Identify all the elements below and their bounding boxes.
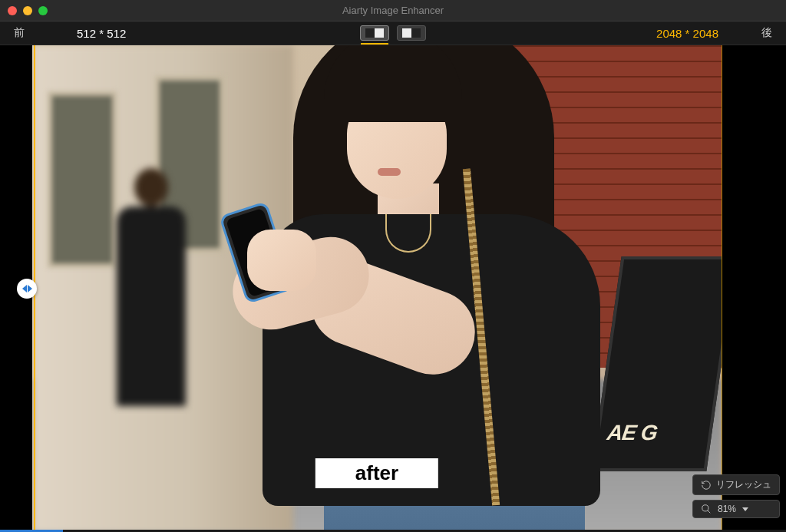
refresh-icon: [701, 480, 712, 491]
minimize-window-button[interactable]: [23, 6, 32, 15]
original-resolution-label: 512 * 512: [77, 27, 126, 40]
toolbar: 前 512 * 512 2048 * 2048 後: [0, 21, 786, 45]
nav-next-label[interactable]: 後: [749, 26, 772, 40]
comparison-slider-handle[interactable]: [17, 279, 37, 299]
svg-line-1: [708, 511, 711, 514]
slider-arrows-icon: [22, 285, 32, 292]
split-left-icon: [365, 28, 384, 38]
refresh-label: リフレッシュ: [716, 478, 771, 491]
refresh-button[interactable]: リフレッシュ: [692, 474, 780, 495]
view-mode-toggle: [360, 25, 426, 41]
maximize-window-button[interactable]: [38, 6, 48, 15]
chevron-down-icon: [742, 507, 748, 511]
window-controls: [8, 6, 48, 15]
right-boundary-line: [722, 45, 722, 532]
split-right-icon: [402, 28, 421, 38]
split-view-left-button[interactable]: [360, 25, 389, 41]
close-window-button[interactable]: [8, 6, 17, 15]
svg-point-0: [702, 505, 708, 511]
image-viewport[interactable]: AE G after: [32, 45, 722, 532]
comparison-state-label: after: [315, 458, 438, 488]
app-title: Aiarty Image Enhancer: [342, 5, 444, 16]
zoom-level-label: 81%: [718, 504, 736, 514]
nav-previous-label[interactable]: 前: [14, 26, 60, 40]
zoom-control[interactable]: 81%: [692, 500, 780, 518]
titlebar: Aiarty Image Enhancer: [0, 0, 786, 21]
canvas-area: AE G after: [0, 45, 786, 532]
enhanced-resolution-label: 2048 * 2048: [656, 27, 718, 40]
bottom-controls: リフレッシュ 81%: [692, 474, 780, 518]
split-view-right-button[interactable]: [397, 25, 426, 41]
magnifier-icon: [701, 504, 712, 514]
